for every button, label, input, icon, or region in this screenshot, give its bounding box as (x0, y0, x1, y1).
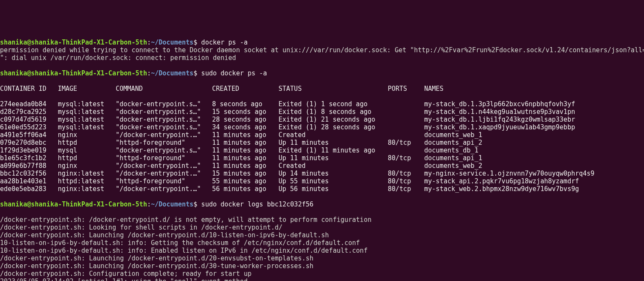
table-row: bbc12c032f56nginx:latest"/docker-entrypo… (0, 170, 594, 177)
table-header: CONTAINER IDIMAGECOMMANDCREATEDSTATUSPOR… (0, 85, 443, 93)
prompt-user: shanika@shanika-ThinkPad-X1-Carbon-5th (0, 200, 147, 208)
log-line: /docker-entrypoint.sh: Launching /docker… (0, 262, 314, 270)
log-line: /docker-entrypoint.sh: Launching /docker… (0, 231, 329, 239)
terminal-output[interactable]: shanika@shanika-ThinkPad-X1-Carbon-5th:~… (0, 15, 644, 281)
table-row: 61e0ed55d223mysql:latest"docker-entrypoi… (0, 123, 575, 131)
prompt-path: ~/Documents (151, 39, 193, 46)
prompt-user: shanika@shanika-ThinkPad-X1-Carbon-5th (0, 69, 147, 77)
table-row: a099e6b77f88nginx"/docker-entrypoint.…"1… (0, 162, 482, 170)
table-row: 1f29d3ebe019mysql"docker-entrypoint.s…"1… (0, 146, 478, 154)
log-line: /docker-entrypoint.sh: Configuration com… (0, 270, 252, 278)
table-row: 079e270d8ebchttpd"httpd-foreground"11 mi… (0, 139, 482, 146)
prompt-user: shanika@shanika-ThinkPad-X1-Carbon-5th (0, 39, 147, 46)
table-row: b1e65c3fc1b2httpd"httpd-foreground"11 mi… (0, 154, 482, 162)
log-line: /docker-entrypoint.sh: Launching /docker… (0, 254, 314, 262)
command: sudo docker ps -a (201, 69, 267, 77)
command: sudo docker logs bbc12c032f56 (201, 200, 314, 208)
prompt-path: ~/Documents (151, 69, 193, 77)
table-row: 274eeada0b84mysql:latest"docker-entrypoi… (0, 100, 575, 108)
error-line: ": dial unix /var/run/docker.sock: conne… (0, 54, 236, 62)
prompt-path: ~/Documents (151, 200, 193, 208)
table-row: aa28b1e403e1httpd:latest"httpd-foregroun… (0, 177, 579, 185)
command: docker ps -a (201, 39, 248, 46)
log-line: 10-listen-on-ipv6-by-default.sh: info: G… (0, 239, 360, 247)
log-line: 2023/05/05 07:14:02 [notice] 1#1: using … (0, 278, 248, 281)
table-row: d28c79ca2925mysql:latest"docker-entrypoi… (0, 108, 575, 116)
table-row: c097d47d5619mysql:latest"docker-entrypoi… (0, 116, 575, 123)
table-row: a491e5ff06a4nginx"/docker-entrypoint.…"1… (0, 131, 482, 139)
log-line: /docker-entrypoint.sh: Looking for shell… (0, 224, 282, 231)
log-line: 10-listen-on-ipv6-by-default.sh: info: E… (0, 247, 368, 254)
log-line: /docker-entrypoint.sh: /docker-entrypoin… (0, 216, 371, 224)
error-line: permission denied while trying to connec… (0, 46, 644, 54)
table-row: ede0e5eba283nginx:latest"/docker-entrypo… (0, 185, 579, 193)
